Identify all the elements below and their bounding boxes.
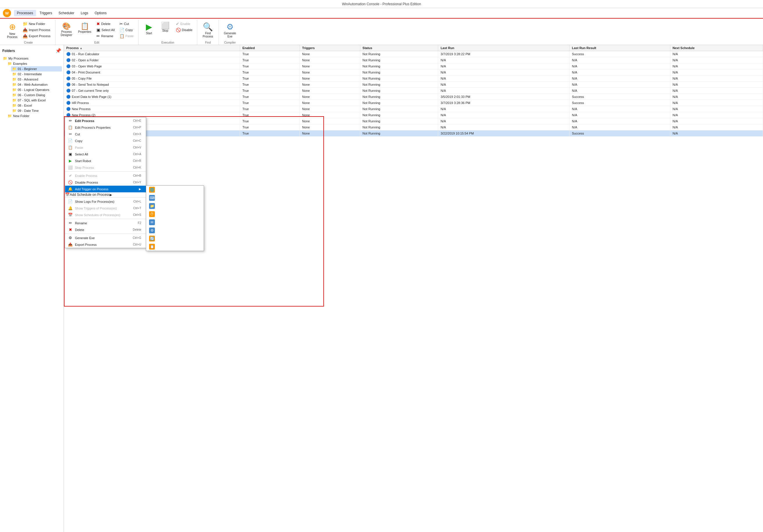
paste-button[interactable]: 📋 Paste xyxy=(118,33,135,39)
ctx-item-hotkey-trigger[interactable]: ⌨ Hotkey Trigger xyxy=(146,194,204,202)
nav-item-triggers[interactable]: Triggers xyxy=(37,10,55,16)
rename-ribbon-button[interactable]: ✏ Rename xyxy=(95,33,116,39)
delete-button[interactable]: ✖ Delete xyxy=(95,21,116,27)
stop-button[interactable]: ⬜ Stop xyxy=(158,21,173,34)
properties-button[interactable]: 📋 Properties xyxy=(76,21,94,35)
select-all-button[interactable]: ▣ Select All xyxy=(95,27,116,33)
nav-item-scheduler[interactable]: Scheduler xyxy=(56,10,77,16)
table-row[interactable]: 🔵02 - Open a FolderTrueNoneNot RunningN/… xyxy=(64,57,763,63)
ctx-shortcut-show-logs: Ctrl+L xyxy=(133,200,141,203)
sidebar-item-04-web-automation[interactable]: 📁04 - Web Automation xyxy=(11,82,62,87)
folder-icon: 📁 xyxy=(3,56,7,60)
cut-icon: ✂ xyxy=(119,22,123,26)
ctx-item-select-all[interactable]: ▣Select AllCtrl+A xyxy=(65,151,146,158)
ctx-label-email-monitor-trigger: Email Monitor Trigger xyxy=(157,221,199,224)
ribbon-group-compiler: ⚙ GenerateExe Compiler xyxy=(219,20,242,45)
ctx-icon-edit-process: ✏ xyxy=(68,119,73,123)
table-row[interactable]: 🔵01 - Run CalculatorTrueNoneNot Running3… xyxy=(64,51,763,57)
ctx-item-export-process[interactable]: 📤Export ProcessCtrl+U xyxy=(65,241,146,248)
ctx-item-add-schedule[interactable]: 📅Add Schedule on Process▶ xyxy=(65,192,146,197)
ctx-icon-copy: 📄 xyxy=(68,139,73,143)
ctx-item-add-trigger[interactable]: 🔔Add Trigger on Process▶ 🌐 Ping Trigger … xyxy=(65,186,146,192)
ctx-label-export-process: Export Process xyxy=(75,243,131,246)
copy-button[interactable]: 📄 Copy xyxy=(118,27,135,33)
col-header-last-run-result: Last Run Result xyxy=(570,45,670,51)
start-button[interactable]: ▶ Start xyxy=(142,21,157,36)
ctx-separator xyxy=(65,171,146,172)
ctx-label-paste: Paste xyxy=(75,146,131,149)
new-folder-button[interactable]: 📁 New Folder xyxy=(21,21,52,27)
ctx-item-cut[interactable]: ✂CutCtrl+X xyxy=(65,131,146,138)
sidebar-item-05-logical-operators[interactable]: 📁05 - Logical Operators xyxy=(11,87,62,92)
ctx-item-file-monitor-trigger[interactable]: 📁 File Monitor Trigger xyxy=(146,202,204,210)
col-header-process[interactable]: Process ▲ xyxy=(64,45,240,51)
ctx-item-show-logs[interactable]: 📄Show Logs For Process(es)Ctrl+L xyxy=(65,198,146,205)
sidebar-item-02-intermediate[interactable]: 📁02 - Intermediate xyxy=(11,71,62,77)
table-row[interactable]: 🔵New ProcessTrueNoneNot RunningN/AN/AN/A xyxy=(64,106,763,112)
ctx-item-email-monitor-trigger[interactable]: ✉ Email Monitor Trigger xyxy=(146,218,204,226)
table-row[interactable]: 🔵New Process (4)TrueNoneNot RunningN/AN/… xyxy=(64,124,763,131)
table-row[interactable]: 🔵HR ProcessTrueNoneNot Running3/7/2019 3… xyxy=(64,100,763,106)
disable-button[interactable]: 🚫 Disable xyxy=(174,27,194,33)
ctx-item-event-log-monitor-trigger[interactable]: 📋 Event Log Monitor Trigger xyxy=(146,243,204,251)
ctx-item-process-monitor-trigger[interactable]: 🔄 Process Monitor Trigger xyxy=(146,235,204,243)
nav-item-processes[interactable]: Processes xyxy=(14,10,36,16)
table-row[interactable]: 🔵New Process (3)TrueNoneNot RunningN/AN/… xyxy=(64,118,763,124)
ribbon-group-find: 🔍 FindProcess Find xyxy=(197,20,218,45)
sidebar-item-examples[interactable]: 📁Examples xyxy=(6,61,62,66)
sidebar-item-03-advanced[interactable]: 📁03 - Advanced xyxy=(11,77,62,82)
title-bar-text: WinAutomation Console - Professional Plu… xyxy=(3,2,760,6)
table-row[interactable]: 🔵07 - Get current Time onlyTrueNoneNot R… xyxy=(64,88,763,94)
nav-menu: ProcessesTriggersSchedulerLogsOptions xyxy=(14,10,110,16)
nav-item-options[interactable]: Options xyxy=(92,10,110,16)
folder-icon: 📁 xyxy=(8,114,12,118)
ctx-item-rename[interactable]: ✏RenameF2 xyxy=(65,220,146,226)
nav-item-logs[interactable]: Logs xyxy=(78,10,91,16)
sidebar-item-07-sql-with-excel[interactable]: 📁07 - SQL with Excel xyxy=(11,98,62,103)
ctx-item-edit-props[interactable]: 📋Edit Process's PropertiesCtrl+P xyxy=(65,124,146,131)
table-row[interactable]: 🔵OCR DEMO - PDF SCRAPETrueNoneNot Runnin… xyxy=(64,131,763,137)
table-row[interactable]: 🔵05 - Copy FileTrueNoneNot RunningN/AN/A… xyxy=(64,75,763,82)
ctx-icon-generate-exe: ⚙ xyxy=(68,236,73,240)
find-process-button[interactable]: 🔍 FindProcess xyxy=(200,21,215,39)
table-row[interactable]: 🔵06 - Send Text to NotepadTrueNoneNot Ru… xyxy=(64,82,763,88)
ctx-label-disable-process: Disable Process xyxy=(75,181,131,184)
ctx-label-edit-props: Edit Process's Properties xyxy=(75,126,131,129)
sidebar-item-06-custom-dialog[interactable]: 📁06 - Custom Dialog xyxy=(11,92,62,98)
table-row[interactable]: 🔵04 - Print DocumentTrueNoneNot RunningN… xyxy=(64,69,763,75)
ctx-item-idle-monitor-trigger[interactable]: ⏱ Idle Monitor Trigger xyxy=(146,210,204,218)
ctx-item-service-monitor-trigger[interactable]: ⚙ Service Monitor Trigger xyxy=(146,226,204,235)
sidebar-tree: 📁My Processes📁Examples📁01 - Beginner📁02 … xyxy=(2,56,62,119)
sidebar-item-08-excel[interactable]: 📁08 - Excel xyxy=(11,103,62,108)
generate-exe-button[interactable]: ⚙ GenerateExe xyxy=(222,21,239,39)
ctx-icon-add-schedule: 📅 xyxy=(65,192,70,197)
start-icon: ▶ xyxy=(146,22,152,32)
ctx-item-start-robot[interactable]: ▶Start RobotCtrl+R xyxy=(65,158,146,164)
ctx-shortcut-copy: Ctrl+C xyxy=(133,139,141,142)
enable-button[interactable]: ✔ Enable xyxy=(174,21,194,27)
enable-icon: ✔ xyxy=(176,22,179,26)
ctx-item-ping-trigger[interactable]: 🌐 Ping Trigger xyxy=(146,186,204,194)
ctx-item-copy[interactable]: 📄CopyCtrl+C xyxy=(65,138,146,144)
disable-icon: 🚫 xyxy=(176,28,181,32)
cut-button[interactable]: ✂ Cut xyxy=(118,21,135,27)
ctx-item-disable-process[interactable]: 🚫Disable ProcessCtrl+Y xyxy=(65,179,146,186)
ctx-item-generate-exe[interactable]: ⚙Generate ExeCtrl+G xyxy=(65,235,146,241)
ctx-icon-stop-process: ⬜ xyxy=(68,165,73,170)
import-process-button[interactable]: 📥 Import Process xyxy=(21,27,52,33)
process-designer-button[interactable]: 🎨 ProcessDesigner xyxy=(58,21,75,38)
folder-icon: 📁 xyxy=(12,67,17,71)
sidebar-item-01-beginner[interactable]: 📁01 - Beginner xyxy=(11,66,62,71)
ctx-item-enable-process: ✔Enable ProcessCtrl+B xyxy=(65,172,146,179)
new-process-button[interactable]: ⊕ NewProcess xyxy=(5,21,20,40)
trigger-icon-idle-monitor-trigger: ⏱ xyxy=(149,211,155,217)
ctx-item-delete[interactable]: ✖DeleteDelete xyxy=(65,226,146,233)
table-row[interactable]: 🔵03 - Open Web PageTrueNoneNot RunningN/… xyxy=(64,63,763,69)
table-row[interactable]: 🔵New Process (2)TrueNoneNot RunningN/AN/… xyxy=(64,112,763,118)
ctx-item-edit-process[interactable]: ✏Edit ProcessCtrl+E xyxy=(65,117,146,124)
sidebar-item-my-processes[interactable]: 📁My Processes xyxy=(2,56,62,61)
sidebar-item-09-date-time[interactable]: 📁09 - Date Time xyxy=(11,108,62,113)
sidebar-item-new-folder[interactable]: 📁New Folder xyxy=(6,113,62,119)
table-row[interactable]: 🔵Excel Data to Web Page (1)TrueNoneNot R… xyxy=(64,94,763,100)
export-process-button[interactable]: 📤 Export Process xyxy=(21,33,52,39)
